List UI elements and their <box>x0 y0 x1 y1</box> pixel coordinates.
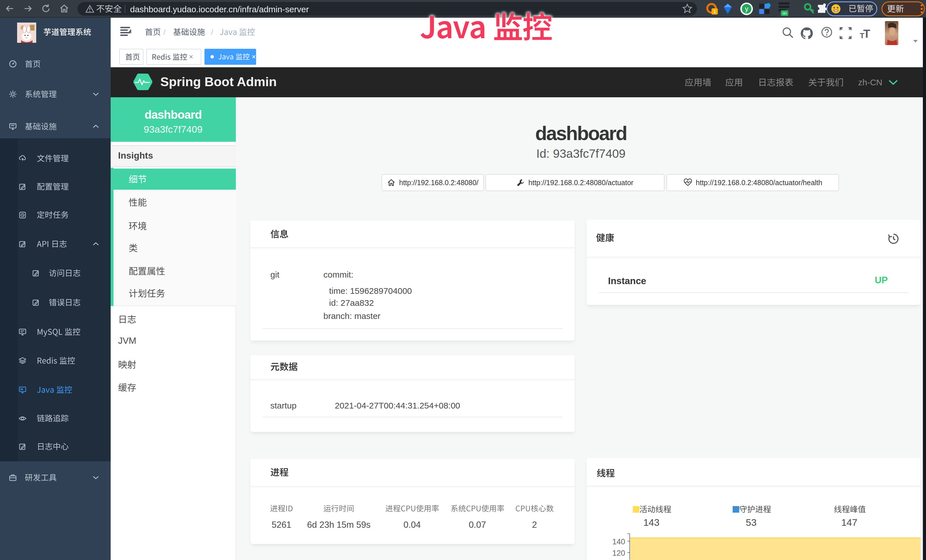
svg-text:on: on <box>782 11 787 15</box>
svg-text:1: 1 <box>713 9 716 14</box>
svg-text:y: y <box>745 5 748 12</box>
